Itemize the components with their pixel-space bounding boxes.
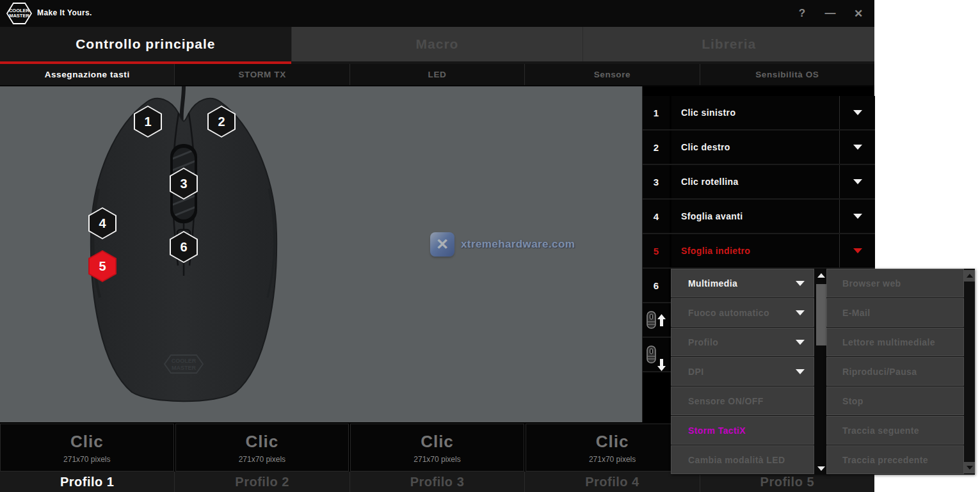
row-assignment-label: Sfoglia avanti bbox=[671, 200, 839, 233]
button-preview-1[interactable]: Clic 271x70 pixels bbox=[0, 424, 174, 472]
assignment-row-5[interactable]: 5 Sfoglia indietro bbox=[643, 234, 875, 269]
sub-tab-bar: Assegnazione tasti STORM TX LED Sensore … bbox=[0, 64, 874, 86]
svg-text:COOLER: COOLER bbox=[172, 358, 197, 364]
chevron-down-icon bbox=[853, 110, 862, 115]
row-number bbox=[643, 338, 671, 371]
row-dropdown-button[interactable] bbox=[839, 200, 875, 233]
placeholder-size: 271x70 pixels bbox=[239, 455, 285, 464]
submenu-item-browser-web[interactable]: Browser web bbox=[826, 269, 964, 298]
svg-text:MASTER: MASTER bbox=[172, 365, 197, 371]
triangle-down-icon bbox=[967, 466, 973, 470]
multimedia-submenu: Browser web E-Mail Lettore multimediale … bbox=[826, 269, 975, 475]
chevron-down-icon bbox=[853, 214, 862, 219]
row-assignment-label: Sfoglia indietro bbox=[671, 234, 839, 267]
submenu-item-lettore-multimediale[interactable]: Lettore multimediale bbox=[826, 328, 964, 356]
menu-item-cambia-modalita-led[interactable]: Cambia modalità LED bbox=[671, 445, 814, 474]
submenu-scrollbar[interactable] bbox=[964, 269, 975, 475]
button-preview-3[interactable]: Clic 271x70 pixels bbox=[350, 424, 524, 472]
submenu-items: Browser web E-Mail Lettore multimediale … bbox=[826, 269, 964, 475]
mouse-wheel-up-icon bbox=[647, 311, 656, 329]
button-preview-2[interactable]: Clic 271x70 pixels bbox=[175, 424, 349, 472]
scrollbar-thumb[interactable] bbox=[816, 284, 826, 345]
placeholder-title: Clic bbox=[246, 432, 279, 452]
submenu-item-traccia-seguente[interactable]: Traccia seguente bbox=[826, 416, 964, 445]
chevron-down-icon bbox=[796, 281, 805, 286]
submenu-item-stop[interactable]: Stop bbox=[826, 386, 964, 415]
row-assignment-label: Clic sinistro bbox=[671, 96, 839, 129]
assignment-row-1[interactable]: 1 Clic sinistro bbox=[643, 96, 875, 131]
chevron-down-icon bbox=[796, 310, 805, 315]
desktop: COOLER MASTER Make It Yours. ? — ✕ Contr… bbox=[0, 0, 980, 492]
row-number: 1 bbox=[643, 96, 671, 129]
triangle-down-icon bbox=[817, 466, 825, 471]
mouse-wheel-down-icon bbox=[647, 345, 656, 363]
assignment-row-3[interactable]: 3 Clic rotellina bbox=[643, 165, 875, 200]
close-button[interactable]: ✕ bbox=[851, 7, 865, 20]
chevron-down-icon bbox=[796, 340, 805, 345]
tab-macro[interactable]: Macro bbox=[292, 27, 584, 61]
placeholder-size: 271x70 pixels bbox=[414, 455, 460, 464]
watermark-text: xtremehardware.com bbox=[461, 238, 575, 251]
mouse-preview-area: COOLER MASTER 1 2 3 4 5 6 ✕ xtremehardwa… bbox=[0, 86, 642, 422]
main-tab-bar: Controllo principale Macro Libreria bbox=[0, 27, 874, 61]
scroll-up-button[interactable] bbox=[964, 270, 975, 282]
row-assignment-label: Clic rotellina bbox=[671, 165, 839, 198]
row-assignment-label: Clic destro bbox=[671, 131, 839, 164]
action-menu: Multimedia Fuoco automatico Profilo DPI … bbox=[671, 269, 828, 475]
subtab-sensibilita-os[interactable]: Sensibilità OS bbox=[700, 64, 874, 85]
cooler-master-logo: COOLER MASTER bbox=[6, 3, 32, 24]
row-dropdown-button[interactable] bbox=[839, 165, 875, 198]
menu-item-sensore-on-off[interactable]: Sensore ON/OFF bbox=[671, 386, 814, 415]
arrow-up-icon bbox=[657, 314, 666, 326]
titlebar: COOLER MASTER Make It Yours. ? — ✕ bbox=[0, 0, 874, 27]
logo-text: COOLER MASTER bbox=[9, 8, 29, 19]
brand-tagline: Make It Yours. bbox=[37, 8, 92, 17]
profile-tab-1[interactable]: Profilo 1 bbox=[0, 472, 175, 492]
menu-item-storm-tactix[interactable]: Storm TactiX bbox=[671, 416, 814, 445]
tab-libreria[interactable]: Libreria bbox=[583, 27, 874, 61]
row-dropdown-button[interactable] bbox=[839, 234, 875, 267]
placeholder-title: Clic bbox=[596, 432, 629, 452]
profile-tab-3[interactable]: Profilo 3 bbox=[350, 472, 525, 492]
placeholder-title: Clic bbox=[70, 432, 104, 452]
row-number: 4 bbox=[643, 200, 671, 233]
profile-tab-2[interactable]: Profilo 2 bbox=[175, 472, 349, 492]
assignment-row-4[interactable]: 4 Sfoglia avanti bbox=[643, 200, 875, 234]
row-dropdown-button[interactable] bbox=[839, 131, 875, 164]
help-button[interactable]: ? bbox=[795, 7, 809, 20]
subtab-storm-tx[interactable]: STORM TX bbox=[175, 64, 349, 85]
submenu-item-traccia-precedente[interactable]: Traccia precedente bbox=[826, 445, 964, 474]
subtab-led[interactable]: LED bbox=[350, 64, 525, 85]
tab-controllo-principale[interactable]: Controllo principale bbox=[0, 27, 292, 61]
chevron-down-icon bbox=[853, 145, 862, 150]
row-number: 5 bbox=[643, 234, 671, 267]
scroll-down-button[interactable] bbox=[964, 462, 975, 473]
subtab-sensore[interactable]: Sensore bbox=[525, 64, 700, 85]
submenu-item-email[interactable]: E-Mail bbox=[826, 298, 964, 327]
row-number: 3 bbox=[643, 165, 671, 198]
menu-item-dpi[interactable]: DPI bbox=[671, 357, 814, 386]
logo-line2: MASTER bbox=[9, 13, 29, 19]
menu-item-profilo[interactable]: Profilo bbox=[671, 328, 814, 356]
row-dropdown-button[interactable] bbox=[839, 96, 875, 129]
subtab-assegnazione-tasti[interactable]: Assegnazione tasti bbox=[0, 64, 175, 85]
chevron-down-icon bbox=[853, 179, 862, 184]
menu-item-multimedia[interactable]: Multimedia bbox=[671, 269, 814, 298]
minimize-button[interactable]: — bbox=[823, 7, 837, 20]
assignment-row-2[interactable]: 2 Clic destro bbox=[643, 131, 875, 165]
action-menu-items: Multimedia Fuoco automatico Profilo DPI … bbox=[671, 269, 814, 475]
watermark: ✕ xtremehardware.com bbox=[430, 232, 575, 257]
chevron-down-icon bbox=[853, 248, 862, 253]
placeholder-size: 271x70 pixels bbox=[63, 455, 110, 464]
arrow-down-icon bbox=[657, 359, 666, 371]
row-number: 6 bbox=[643, 269, 671, 302]
triangle-up-icon bbox=[817, 273, 825, 278]
row-number bbox=[643, 303, 671, 337]
chevron-down-icon bbox=[796, 369, 805, 374]
placeholder-title: Clic bbox=[421, 432, 454, 452]
row-number: 2 bbox=[643, 131, 671, 164]
window-controls: ? — ✕ bbox=[795, 0, 865, 27]
menu-item-fuoco-automatico[interactable]: Fuoco automatico bbox=[671, 298, 814, 327]
watermark-x-icon: ✕ bbox=[430, 232, 454, 257]
submenu-item-riproduci-pausa[interactable]: Riproduci/Pausa bbox=[826, 357, 964, 386]
